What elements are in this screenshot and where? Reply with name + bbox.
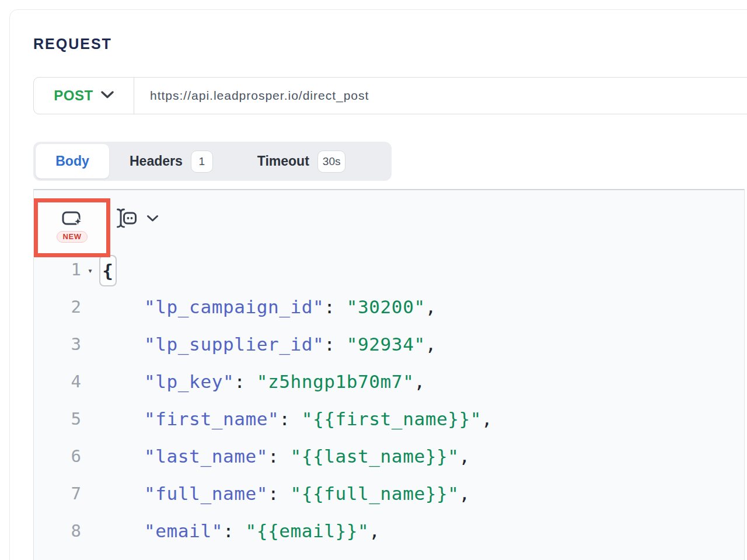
request-tabs: Body Headers 1 Timeout 30s (33, 142, 392, 181)
matched-brace: { (99, 255, 117, 286)
fold-caret-icon[interactable]: ▾ (81, 263, 99, 276)
code-line[interactable]: 9 "phone_number": "{{phone_number}}", (34, 550, 744, 560)
line-number: 2 (34, 297, 81, 317)
code-line[interactable]: 4 "lp_key": "z5hngp1b70m7", (34, 363, 744, 400)
request-card: REQUEST POST https://api.leadprosper.io/… (9, 9, 747, 560)
fold-caret-spacer (81, 306, 99, 308)
code-line[interactable]: 1▾{ (34, 251, 744, 288)
editor-toolbar: NEW (34, 190, 744, 251)
body-editor: NEW 1▾{2 "lp_campa (33, 189, 745, 560)
code-lines[interactable]: 1▾{2 "lp_campaign_id": "30200",3 "lp_sup… (34, 251, 744, 560)
new-badge: NEW (57, 231, 88, 243)
code-line-content: "first_name": "{{first_name}}", (99, 408, 493, 429)
fold-caret-spacer (81, 418, 99, 420)
code-line-content: "email": "{{email}}", (99, 520, 381, 541)
tab-headers[interactable]: Headers 1 (126, 150, 217, 173)
timeout-value-badge: 30s (317, 150, 346, 173)
ai-field-icon (61, 222, 83, 231)
code-line-content: "phone_number": "{{phone_number}}", (99, 558, 537, 560)
code-line[interactable]: 8 "email": "{{email}}", (34, 512, 744, 550)
code-line[interactable]: 7 "full_name": "{{full_name}}", (34, 475, 744, 512)
code-line-content: "full_name": "{{full_name}}", (99, 483, 470, 504)
code-line[interactable]: 5 "first_name": "{{first_name}}", (34, 400, 744, 438)
chevron-down-icon (146, 215, 159, 222)
ai-field-button[interactable] (61, 209, 83, 229)
url-input[interactable]: https://api.leadprosper.io/direct_post (134, 78, 747, 114)
chevron-down-icon (101, 91, 114, 100)
tab-headers-label: Headers (130, 153, 183, 169)
request-section-title: REQUEST (33, 36, 112, 52)
fold-caret-spacer (81, 455, 99, 457)
line-number: 3 (34, 334, 81, 354)
code-line-content: "lp_key": "z5hngp1b70m7", (99, 371, 425, 392)
code-line[interactable]: 6 "last_name": "{{last_name}}", (34, 438, 744, 475)
code-line[interactable]: 2 "lp_campaign_id": "30200", (34, 288, 744, 326)
code-line[interactable]: 3 "lp_supplier_id": "92934", (34, 326, 744, 363)
request-url-row: POST https://api.leadprosper.io/direct_p… (33, 77, 747, 114)
tab-body[interactable]: Body (36, 144, 109, 178)
code-line-content: "lp_campaign_id": "30200", (99, 296, 437, 317)
fold-caret-spacer (81, 492, 99, 495)
line-number: 8 (34, 521, 81, 541)
code-line-content: "last_name": "{{last_name}}", (99, 446, 470, 467)
headers-count-badge: 1 (191, 150, 213, 173)
tab-timeout[interactable]: Timeout 30s (254, 150, 350, 173)
code-line-content: { (99, 253, 117, 286)
code-line-content: "lp_supplier_id": "92934", (99, 334, 437, 355)
fold-caret-spacer (81, 343, 99, 345)
method-dropdown[interactable]: POST (34, 78, 134, 114)
insert-variable-icon (116, 206, 137, 230)
line-number: 4 (34, 372, 81, 391)
line-number: 6 (34, 446, 81, 466)
line-number: 1 (34, 260, 81, 279)
fold-caret-spacer (81, 380, 99, 383)
line-number: 5 (34, 409, 81, 429)
insert-variable-button[interactable] (116, 206, 159, 230)
tutorial-highlight-box: NEW (34, 198, 110, 257)
tab-timeout-label: Timeout (257, 153, 309, 169)
line-number: 7 (34, 484, 81, 503)
fold-caret-spacer (81, 530, 99, 532)
method-label: POST (54, 88, 93, 104)
